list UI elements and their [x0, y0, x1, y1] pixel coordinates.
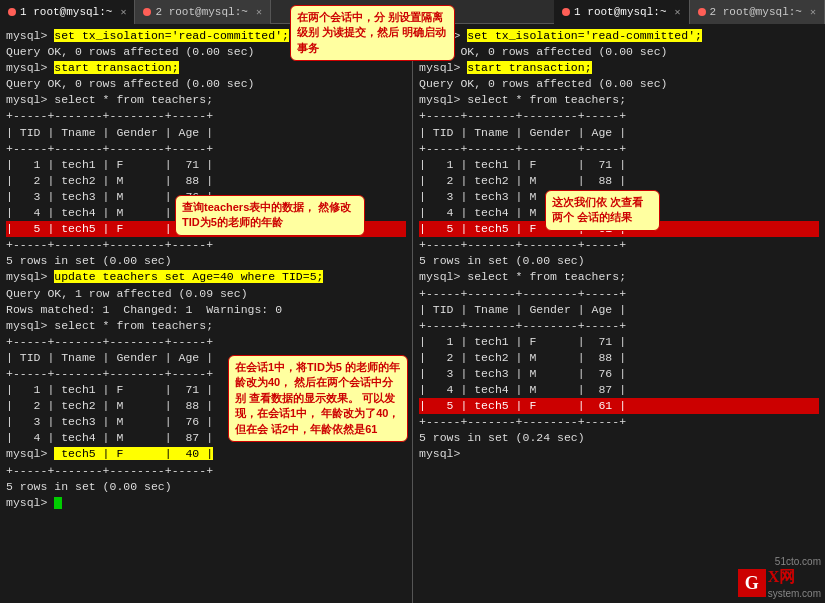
terminal-line: | 1 | tech1 | F | 71 |: [6, 382, 406, 398]
terminal-line: +-----+-------+--------+-----+: [6, 108, 406, 124]
tab-label-2: 2 root@mysql:~: [155, 6, 247, 18]
tab-label-4: 2 root@mysql:~: [710, 6, 802, 18]
tab-close-3[interactable]: ✕: [675, 6, 681, 18]
watermark-xi-text: X网: [768, 567, 796, 588]
right-terminal[interactable]: mysql> set tx_isolation='read-committed'…: [413, 24, 825, 603]
tab-dot-1: [8, 8, 16, 16]
tab-dot-2: [143, 8, 151, 16]
terminal-line: +-----+-------+--------+-----+: [419, 108, 819, 124]
terminal-line: +-----+-------+--------+-----+: [419, 318, 819, 334]
tab-4[interactable]: 2 root@mysql:~ ✕: [690, 0, 825, 24]
terminal-line: mysql> start transaction;: [419, 60, 819, 76]
terminal-line: mysql> select * from teachers;: [419, 269, 819, 285]
terminal-line: | TID | Tname | Gender | Age |: [6, 125, 406, 141]
terminal-line: | 4 | tech4 | M | 87 |: [419, 205, 819, 221]
main-content: mysql> set tx_isolation='read-committed'…: [0, 24, 825, 603]
terminal-line: mysql> select * from teachers;: [6, 318, 406, 334]
terminal-line: +-----+-------+--------+-----+: [6, 366, 406, 382]
terminal-line: | 4 | tech4 | M | 87 |: [6, 205, 406, 221]
left-terminal[interactable]: mysql> set tx_isolation='read-committed'…: [0, 24, 413, 603]
terminal-line: +-----+-------+--------+-----+: [6, 463, 406, 479]
terminal-line: +-----+-------+--------+-----+: [419, 141, 819, 157]
terminal-line: | 5 | tech5 | F | 61 |: [419, 398, 819, 414]
terminal-line: | 4 | tech4 | M | 87 |: [6, 430, 406, 446]
terminal-line: | 5 | tech5 | F | 61 |: [6, 221, 406, 237]
terminal-line: 5 rows in set (0.24 sec): [419, 430, 819, 446]
terminal-line: +-----+-------+--------+-----+: [419, 414, 819, 430]
terminal-line: | 2 | tech2 | M | 88 |: [6, 398, 406, 414]
terminal-line: | 1 | tech1 | F | 71 |: [419, 157, 819, 173]
watermark: 51cto.com G X网 system.com: [738, 556, 821, 599]
terminal-line: mysql> set tx_isolation='read-committed'…: [419, 28, 819, 44]
tab-1[interactable]: 1 root@mysql:~ ✕: [0, 0, 135, 24]
tab-close-1[interactable]: ✕: [120, 6, 126, 18]
watermark-51cto: 51cto.com: [775, 556, 821, 567]
terminal-line: +-----+-------+--------+-----+: [419, 286, 819, 302]
terminal-line: | 4 | tech4 | M | 87 |: [419, 382, 819, 398]
terminal-line: | 2 | tech2 | M | 88 |: [6, 173, 406, 189]
terminal-line: Rows matched: 1 Changed: 1 Warnings: 0: [6, 302, 406, 318]
main-container: 1 root@mysql:~ ✕ 2 root@mysql:~ ✕ 1 root…: [0, 0, 825, 603]
terminal-line: Query OK, 0 rows affected (0.00 sec): [419, 44, 819, 60]
terminal-line: | TID | Tname | Gender | Age |: [419, 125, 819, 141]
terminal-line: +-----+-------+--------+-----+: [6, 237, 406, 253]
terminal-line: | 3 | tech3 | M | 76 |: [419, 189, 819, 205]
terminal-line: Query OK, 0 rows affected (0.00 sec): [419, 76, 819, 92]
terminal-line: | 2 | tech2 | M | 88 |: [419, 350, 819, 366]
terminal-line: Query OK, 0 rows affected (0.00 sec): [6, 44, 406, 60]
terminal-line: mysql> start transaction;: [6, 60, 406, 76]
terminal-line: Query OK, 0 rows affected (0.00 sec): [6, 76, 406, 92]
terminal-line: | TID | Tname | Gender | Age |: [419, 302, 819, 318]
tab-3[interactable]: 1 root@mysql:~ ✕: [554, 0, 689, 24]
watermark-system: system.com: [768, 588, 821, 599]
terminal-line: | 5 | tech5 | F | 61 |: [419, 221, 819, 237]
terminal-line: | 1 | tech1 | F | 71 |: [6, 157, 406, 173]
tab-close-2[interactable]: ✕: [256, 6, 262, 18]
terminal-line: mysql> update teachers set Age=40 where …: [6, 269, 406, 285]
tab-label-1: 1 root@mysql:~: [20, 6, 112, 18]
watermark-g-letter: G: [738, 569, 766, 597]
terminal-line: mysql> select * from teachers;: [6, 92, 406, 108]
terminal-line: +-----+-------+--------+-----+: [6, 334, 406, 350]
terminal-line: | 3 | tech3 | M | 76 |: [6, 414, 406, 430]
terminal-line: | 2 | tech2 | M | 88 |: [419, 173, 819, 189]
terminal-line: 5 rows in set (0.00 sec): [6, 479, 406, 495]
terminal-line: | 1 | tech1 | F | 71 |: [419, 334, 819, 350]
tab-dot-3: [562, 8, 570, 16]
terminal-line: mysql>: [6, 495, 406, 511]
watermark-gx: G X网 system.com: [738, 567, 821, 599]
terminal-line: +-----+-------+--------+-----+: [419, 237, 819, 253]
terminal-line: 5 rows in set (0.00 sec): [419, 253, 819, 269]
terminal-line: mysql> tech5 | F | 40 |: [6, 446, 406, 462]
terminal-line: | TID | Tname | Gender | Age |: [6, 350, 406, 366]
terminal-line: +-----+-------+--------+-----+: [6, 141, 406, 157]
terminal-line: mysql> set tx_isolation='read-committed'…: [6, 28, 406, 44]
tab-2[interactable]: 2 root@mysql:~ ✕: [135, 0, 270, 24]
terminal-line: mysql> select * from teachers;: [419, 92, 819, 108]
tab-dot-4: [698, 8, 706, 16]
terminal-line: | 3 | tech3 | M | 76 |: [6, 189, 406, 205]
tab-close-4[interactable]: ✕: [810, 6, 816, 18]
terminal-line: 5 rows in set (0.00 sec): [6, 253, 406, 269]
terminal-line: mysql>: [419, 446, 819, 462]
terminal-line: Query OK, 1 row affected (0.09 sec): [6, 286, 406, 302]
tab-bar: 1 root@mysql:~ ✕ 2 root@mysql:~ ✕ 1 root…: [0, 0, 825, 24]
tab-label-3: 1 root@mysql:~: [574, 6, 666, 18]
terminal-line: | 3 | tech3 | M | 76 |: [419, 366, 819, 382]
